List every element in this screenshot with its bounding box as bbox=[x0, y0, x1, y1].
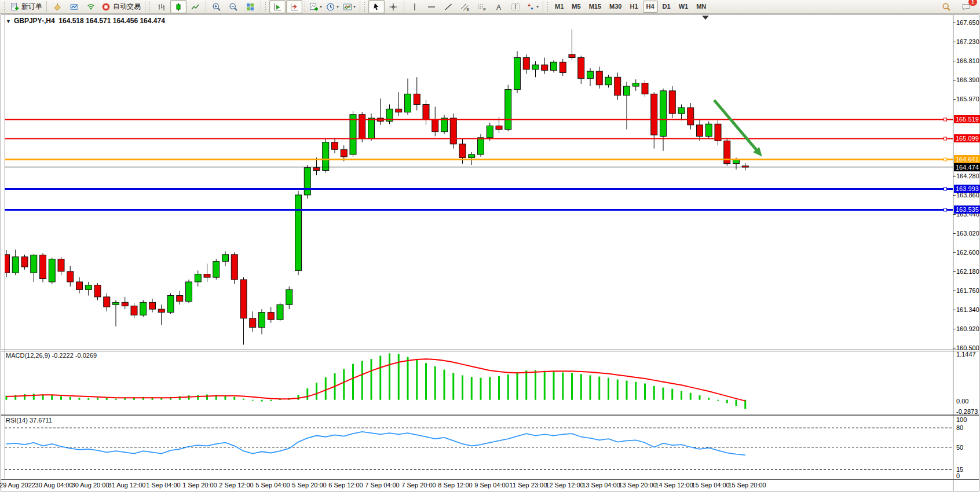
timeframe-button-d1[interactable]: D1 bbox=[659, 1, 674, 13]
timeframe-button-w1[interactable]: W1 bbox=[675, 1, 692, 13]
vertical-line-button[interactable] bbox=[407, 0, 423, 13]
timeframe-button-mn[interactable]: MN bbox=[693, 1, 710, 13]
notifications-button[interactable]: 1 bbox=[958, 0, 974, 13]
line-chart-button[interactable] bbox=[187, 0, 203, 13]
fibonacci-button[interactable]: F bbox=[474, 0, 490, 13]
dropdown-caret-icon: ▾ bbox=[536, 4, 539, 9]
macd-histogram-bar bbox=[717, 400, 719, 401]
candle-bear bbox=[76, 282, 83, 289]
toolbar-grip[interactable] bbox=[547, 2, 549, 12]
templates-button[interactable]: ▾ bbox=[341, 0, 357, 13]
paint-bucket-icon bbox=[53, 2, 62, 12]
candle-bear bbox=[149, 302, 156, 309]
price-axis-tick: 162.180 bbox=[956, 268, 979, 276]
macd-histogram-bar bbox=[489, 377, 491, 399]
macd-histogram-bar bbox=[60, 396, 62, 399]
collapse-arrow-icon[interactable]: ▼ bbox=[6, 19, 11, 24]
text-label-button[interactable]: T bbox=[507, 0, 524, 13]
price-level-label: 164.641 bbox=[954, 155, 980, 163]
toolbar-grip[interactable] bbox=[149, 2, 151, 12]
toolbar-separator bbox=[305, 1, 305, 12]
text-button[interactable]: A bbox=[491, 0, 507, 13]
candle-bull bbox=[678, 108, 685, 113]
new-order-button[interactable]: 新订单 bbox=[8, 0, 44, 13]
current-price-label: 164.474 bbox=[954, 163, 980, 171]
styles-button[interactable] bbox=[49, 0, 65, 13]
trendline-button[interactable] bbox=[440, 0, 456, 13]
macd-histogram-bar bbox=[617, 379, 619, 399]
toolbar-separator bbox=[360, 1, 360, 12]
price-level-label: 163.535 bbox=[954, 205, 980, 214]
candle-bull bbox=[505, 90, 511, 130]
line-drag-handle bbox=[944, 118, 947, 121]
candle-bear bbox=[341, 149, 347, 157]
toolbar-separator bbox=[261, 1, 261, 12]
cursor-button[interactable] bbox=[368, 0, 385, 13]
macd-histogram-bar bbox=[79, 398, 81, 400]
candle-bear bbox=[697, 125, 703, 137]
search-button[interactable] bbox=[938, 0, 955, 13]
fibonacci-icon: F bbox=[477, 2, 487, 12]
timeframe-button-m5[interactable]: M5 bbox=[568, 1, 584, 13]
candle-bear bbox=[131, 306, 137, 315]
auto-scroll-button[interactable] bbox=[269, 0, 286, 13]
new-order-label: 新订单 bbox=[21, 2, 42, 12]
time-axis-label: 13 Sep 20:00 bbox=[619, 482, 656, 489]
timeframe-button-h1[interactable]: H1 bbox=[626, 1, 641, 13]
candle-bull bbox=[441, 118, 448, 132]
profiles-button[interactable] bbox=[66, 0, 82, 13]
svg-text:F: F bbox=[484, 7, 486, 11]
toolbar-separator bbox=[404, 1, 404, 12]
equidistant-channel-button[interactable]: E bbox=[457, 0, 473, 13]
candle-bull bbox=[532, 65, 539, 69]
candle-bull bbox=[186, 282, 192, 302]
price-axis-tick: 164.280 bbox=[956, 172, 979, 180]
indicators-button[interactable]: ▾ bbox=[308, 0, 324, 13]
symbol-period: GBPJPY-,H4 bbox=[14, 17, 55, 25]
candle-bull bbox=[140, 302, 147, 315]
toolbar-grip[interactable] bbox=[265, 2, 267, 12]
arrows-button[interactable]: ▾ bbox=[524, 0, 540, 13]
time-axis-label: 15 Sep 04:00 bbox=[692, 482, 729, 489]
autotrading-button[interactable]: 自动交易 bbox=[100, 0, 142, 13]
crosshair-button[interactable] bbox=[385, 0, 401, 13]
tile-windows-button[interactable] bbox=[242, 0, 258, 13]
timeframe-button-m15[interactable]: M15 bbox=[586, 1, 605, 13]
bar-chart-button[interactable] bbox=[153, 0, 170, 13]
horizontal-line-button[interactable] bbox=[423, 0, 440, 13]
chart-shift-button[interactable] bbox=[286, 0, 302, 13]
candle-bear bbox=[94, 285, 101, 296]
candlestick-chart-button[interactable] bbox=[170, 0, 187, 13]
candle-bear bbox=[542, 65, 548, 70]
zoom-in-button[interactable] bbox=[209, 0, 225, 13]
candle-bear bbox=[642, 83, 648, 94]
time-axis-label: 9 Sep 04:00 bbox=[474, 482, 509, 489]
macd-histogram-bar bbox=[571, 373, 573, 400]
time-axis-label: 31 Aug 12:00 bbox=[108, 482, 146, 489]
candle-bull bbox=[213, 262, 220, 278]
macd-histogram-bar bbox=[343, 369, 345, 400]
candle-bear bbox=[669, 91, 675, 113]
signals-button[interactable] bbox=[83, 0, 99, 13]
zoom-out-button[interactable] bbox=[225, 0, 242, 13]
periods-button[interactable]: ▾ bbox=[324, 0, 341, 13]
timeframe-button-m30[interactable]: M30 bbox=[606, 1, 625, 13]
toolbar-grip[interactable] bbox=[364, 2, 366, 12]
candle-bear bbox=[122, 302, 128, 306]
zoom-in-icon bbox=[212, 2, 221, 12]
candle-bear bbox=[450, 118, 456, 144]
price-axis-tick: 165.970 bbox=[956, 96, 979, 103]
macd-histogram-bar bbox=[690, 393, 692, 400]
search-icon bbox=[942, 2, 951, 12]
toolbar-grip[interactable] bbox=[4, 2, 6, 12]
macd-histogram-bar bbox=[398, 354, 400, 400]
rsi-axis-tick: 80 bbox=[956, 424, 963, 432]
macd-histogram-bar bbox=[206, 395, 208, 400]
candle-bear bbox=[615, 77, 621, 95]
macd-axis-min: -0.2873 bbox=[956, 408, 978, 416]
chart-canvas[interactable] bbox=[0, 0, 980, 492]
timeframe-button-m1[interactable]: M1 bbox=[551, 1, 567, 13]
candle-bear bbox=[104, 297, 110, 307]
candle-bear bbox=[578, 57, 584, 78]
timeframe-button-h4[interactable]: H4 bbox=[643, 1, 658, 13]
